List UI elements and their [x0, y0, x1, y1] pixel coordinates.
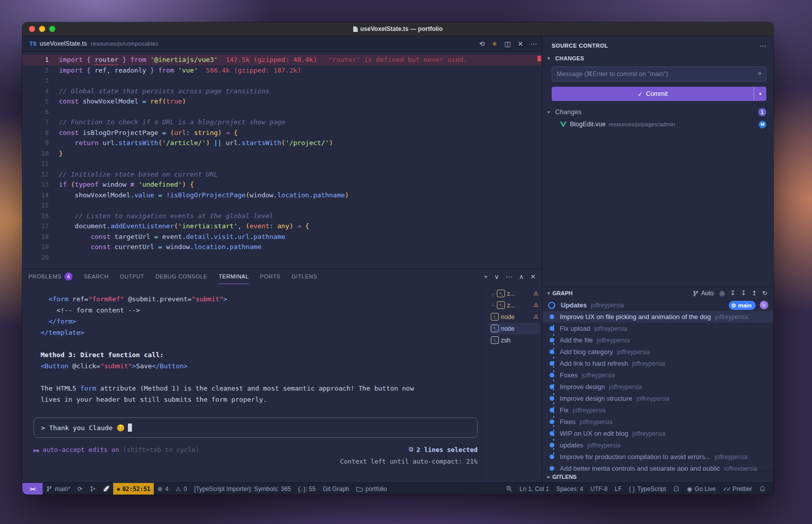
fetch-button[interactable]: ↧	[730, 290, 735, 297]
status-zoom[interactable]	[502, 483, 516, 495]
status-sync[interactable]: ⟳	[74, 483, 86, 495]
panel-tab-problems[interactable]: PROBLEMS4	[28, 269, 73, 284]
status-cursor-position[interactable]: Ln 1, Col 1	[516, 483, 553, 495]
vscode-window: useVoxelState.ts — portfolio TS useVoxel…	[22, 22, 773, 495]
commit-row[interactable]: Fix uploadjoffreypersia	[543, 323, 773, 334]
gitlens-section-header[interactable]: ▸ GITLENS	[543, 471, 773, 482]
broadcast-icon: ◉	[687, 485, 692, 493]
editor-tabbar: TS useVoxelState.ts resources/js/composa…	[22, 36, 542, 52]
status-go-live[interactable]: ◉Go Live	[683, 483, 719, 495]
commit-row[interactable]: Fixesjoffreypersia	[543, 416, 773, 428]
panel-tab-debug-console[interactable]: DEBUG CONSOLE	[155, 269, 207, 284]
line-number: 13	[22, 180, 59, 190]
status-eol[interactable]: LF	[611, 483, 625, 495]
panel-tab-search[interactable]: SEARCH	[84, 269, 109, 284]
titlebar[interactable]: useVoxelState.ts — portfolio	[22, 22, 773, 36]
commit-row[interactable]: Foxesjoffreypersia	[543, 369, 773, 381]
maximize-panel-button[interactable]: ∧	[519, 273, 524, 281]
commit-row[interactable]: WIP on UX on edit blogjoffreypersia	[543, 428, 773, 439]
pull-button[interactable]: ↧	[741, 290, 746, 297]
panel-tab-label: GITLENS	[292, 273, 318, 280]
panel-more-button[interactable]: ⋯	[506, 273, 513, 281]
status-git-graph-ext[interactable]	[86, 483, 99, 495]
status-indentation[interactable]: Spaces: 4	[553, 483, 587, 495]
status-warnings[interactable]: ⚠0	[172, 483, 190, 495]
terminal-line: The HTML5 form attribute (Method 1) is t…	[41, 383, 479, 394]
commit-row[interactable]: Improve for production compilation to av…	[543, 451, 773, 463]
commit-dot-icon	[550, 455, 554, 459]
terminal-item-node[interactable]: >_node⚠	[489, 311, 540, 323]
terminal-line: <form ref="formRef" @submit.prevent="sub…	[41, 294, 479, 305]
commit-message-input[interactable]	[552, 66, 766, 82]
code-line: 15	[22, 200, 542, 211]
repo-layout-button[interactable]	[693, 290, 699, 297]
terminal-item-node[interactable]: >_node	[489, 323, 540, 334]
push-button[interactable]: ↥	[752, 290, 757, 297]
status-timer[interactable]: ◼02:52:51	[113, 483, 154, 495]
branch-badge[interactable]: ◎main	[729, 301, 756, 310]
new-terminal-button[interactable]: +	[484, 273, 488, 281]
status-language-mode[interactable]: { }TypeScript	[625, 483, 669, 495]
status-brackets-count[interactable]: {..}: 55	[294, 483, 319, 495]
commit-row[interactable]: Improve UX on file picking and animation…	[543, 311, 773, 323]
commit-button[interactable]: ✓ Commit ▾	[552, 87, 766, 101]
status-encoding[interactable]: UTF-8	[587, 483, 611, 495]
auto-accept-status[interactable]: ▶▶auto-accept edits on (shift+tab to cyc…	[33, 446, 199, 453]
code-line: 13if (typeof window ≢ 'undefined') {	[22, 180, 542, 190]
changes-tree-header[interactable]: ▾ Changes 1	[543, 106, 773, 118]
split-editor-button[interactable]: ◫	[504, 40, 511, 48]
status-branch[interactable]: main*	[43, 483, 74, 495]
status-errors[interactable]: ⊗4	[154, 483, 172, 495]
status-prettier[interactable]: ✓✓Prettier	[719, 483, 756, 495]
commit-dropdown[interactable]: ▾	[754, 87, 766, 101]
commit-author: joffreypersia	[594, 325, 627, 332]
more-actions-button[interactable]: ⋯	[530, 40, 537, 48]
commit-row[interactable]: Add blog categoryjoffreypersia	[543, 346, 773, 358]
commit-row[interactable]: Fixjoffreypersia	[543, 404, 773, 416]
panel-tab-label: OUTPUT	[120, 273, 144, 280]
commit-author: joffreypersia	[587, 442, 620, 449]
terminal-item-z[interactable]: ┌>_z...⚠	[489, 288, 540, 299]
panel-tab-ports[interactable]: PORTS	[260, 269, 280, 284]
terminal-picker-button[interactable]: ∨	[494, 273, 499, 281]
check-double-icon: ✓✓	[723, 485, 730, 493]
changes-section-header[interactable]: ▾ CHANGES	[543, 52, 773, 64]
refresh-button[interactable]: ↻	[762, 290, 767, 297]
status-git-graph[interactable]: Git Graph	[319, 483, 353, 495]
graph-section-header[interactable]: ▾ GRAPH Auto◎↧↧↥↻	[543, 287, 773, 299]
status-notifications[interactable]	[756, 483, 769, 495]
timeline-button[interactable]: ⟲	[479, 40, 485, 48]
extension-sparkle-button[interactable]: ✳	[492, 40, 497, 48]
terminal-item-zsh[interactable]: >_zsh	[489, 334, 540, 346]
status-eol-label: LF	[615, 485, 622, 493]
panel-tab-output[interactable]: OUTPUT	[120, 269, 144, 284]
line-number: 9	[22, 138, 59, 149]
status-copilot[interactable]	[669, 483, 683, 495]
commit-row[interactable]: Add the filejoffreypersia	[543, 334, 773, 346]
commit-row[interactable]: Improve design structurejoffreypersia	[543, 393, 773, 404]
target-button[interactable]: ◎	[719, 290, 724, 297]
changed-file-row[interactable]: BlogEdit.vue resources/js/pages/admin M	[543, 118, 773, 130]
status-workspace[interactable]: portfolio	[353, 483, 391, 495]
panel-tab-terminal[interactable]: TERMINAL	[219, 269, 249, 284]
close-editor-button[interactable]: ✕	[518, 40, 523, 48]
status-ts-importer[interactable]: [TypeScript Importer]: Symbols: 365	[191, 483, 295, 495]
claude-prompt-input[interactable]: > Thank you Claude 😊	[33, 417, 478, 438]
status-rocket[interactable]: 🚀	[99, 483, 114, 495]
terminal-output[interactable]: <form ref="formRef" @submit.prevent="sub…	[22, 284, 486, 482]
commit-row[interactable]: Add better inertia controls and separate…	[543, 463, 773, 471]
panel-tab-gitlens[interactable]: GITLENS	[292, 269, 318, 284]
commit-row[interactable]: updatesjoffreypersia	[543, 439, 773, 451]
terminal-item-z[interactable]: └>_z...⚠	[489, 299, 540, 311]
generate-message-icon[interactable]: ✧	[757, 70, 762, 77]
editor-tab-filename[interactable]: useVoxelState.ts	[40, 40, 87, 47]
close-panel-button[interactable]: ✕	[530, 273, 536, 281]
more-actions-icon[interactable]: ⋯	[760, 42, 767, 50]
code-editor[interactable]: 1import { router } from '@inertiajs/vue3…	[22, 52, 542, 269]
commit-row[interactable]: Improve designjoffreypersia	[543, 381, 773, 393]
status-timer-label: 02:52:51	[122, 485, 150, 493]
status-remote[interactable]: ><	[22, 483, 43, 495]
commit-row[interactable]: Add link to hard refreshjoffreypersia	[543, 358, 773, 369]
copy-icon: ⧉	[409, 445, 414, 453]
commit-row[interactable]: Updatesjoffreypersia◎main☺	[543, 299, 773, 311]
